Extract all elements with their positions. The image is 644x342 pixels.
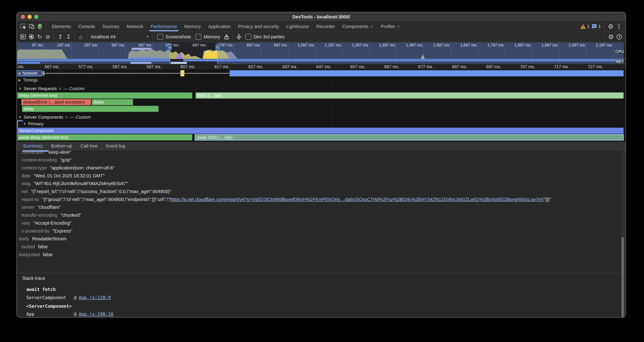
settings-gear-icon[interactable]: ⚙ bbox=[606, 23, 615, 30]
overview-ruler-label: 1,197 ms bbox=[317, 43, 341, 47]
scrollbar-thumb[interactable] bbox=[622, 237, 624, 317]
flame-bar[interactable]: delayedError (…ayed exception) bbox=[21, 99, 91, 105]
toggle-sidebar-icon[interactable] bbox=[19, 33, 27, 41]
tab-label: Bottom-up bbox=[51, 143, 72, 149]
header-key: connection bbox=[22, 150, 44, 155]
tab-label: Performance bbox=[151, 24, 177, 29]
save-profile-button[interactable]: ↧ bbox=[64, 33, 72, 41]
tab-summary[interactable]: Summary bbox=[19, 142, 47, 150]
flame-bar[interactable]: delay bbox=[22, 106, 158, 112]
flame-bar-label: delay (deferred text) bbox=[18, 93, 57, 98]
header-row: nel"{\"report_to\":\"cf-nel\",\"success_… bbox=[22, 188, 171, 196]
memory-checkbox[interactable]: Memory bbox=[196, 34, 220, 40]
track-resize-grip[interactable] bbox=[42, 71, 44, 76]
tab-privacy-and-security[interactable]: Privacy and security bbox=[234, 22, 283, 31]
screen: DevTools - localhost:3000/ ElementsConso… bbox=[0, 0, 644, 342]
header-row: x-powered-by"Express" bbox=[22, 227, 72, 235]
dash: — bbox=[70, 115, 74, 120]
checkbox-box bbox=[196, 34, 202, 40]
issues-message-icon[interactable] bbox=[591, 23, 598, 30]
source-location-link[interactable]: App.js:190:16 bbox=[79, 311, 114, 317]
timings-label-text: Timings bbox=[23, 78, 38, 83]
warning-icon[interactable] bbox=[580, 23, 586, 30]
flame-bar[interactable]: delay bbox=[92, 99, 133, 105]
flame-ruler-label: 587 ms bbox=[100, 64, 126, 69]
flame-bar[interactable]: await delay (deferred text) bbox=[17, 134, 192, 141]
cpu-lane-label: CPU bbox=[615, 49, 624, 54]
header-key: date bbox=[22, 173, 30, 178]
divider bbox=[233, 34, 233, 40]
tab-label: Recorder bbox=[316, 24, 335, 29]
network-label-text: Network bbox=[22, 71, 38, 76]
scrollbar-track[interactable] bbox=[622, 150, 625, 317]
tab-recorder[interactable]: Recorder bbox=[312, 22, 339, 31]
dash: — bbox=[64, 86, 68, 91]
record-button[interactable] bbox=[27, 33, 36, 41]
tab-label: Console bbox=[78, 24, 95, 29]
tab-lighthouse[interactable]: Lighthouse bbox=[283, 22, 312, 31]
overview-ruler-label: 1,797 ms bbox=[480, 43, 504, 47]
report-to-link[interactable]: https://a.nel.cloudflare.com/report/v4?s… bbox=[170, 197, 544, 202]
tab-application[interactable]: Application bbox=[204, 22, 234, 31]
summary-pane: connection"keep-alive"content-encoding"g… bbox=[17, 150, 626, 317]
flame-ruler-label: 687 ms bbox=[439, 64, 466, 69]
tab-event-log[interactable]: Event log bbox=[102, 142, 129, 150]
tab-sources[interactable]: Sources bbox=[99, 22, 123, 31]
tab-elements[interactable]: Elements bbox=[48, 22, 75, 31]
live-metrics-home-button[interactable]: ⌂ bbox=[77, 33, 85, 41]
capture-settings-gear-icon[interactable]: ⚙ bbox=[607, 33, 615, 41]
screenshots-checkbox[interactable]: Screenshots bbox=[157, 34, 191, 40]
clear-button[interactable]: ⊘ bbox=[44, 33, 52, 41]
extension-gem-icon[interactable] bbox=[36, 23, 44, 30]
header-value: "{\"report_to\":\"cf-nel\",\"success_fra… bbox=[31, 189, 171, 194]
flame-bar[interactable]: ServerComponent bbox=[17, 128, 624, 134]
titlebar: DevTools - localhost:3000/ bbox=[17, 12, 626, 22]
inspect-element-icon[interactable] bbox=[19, 23, 28, 30]
react-atom-icon: ⚛ bbox=[397, 24, 400, 29]
tab-profiler[interactable]: Profiler⚛ bbox=[377, 22, 404, 31]
collect-garbage-icon[interactable] bbox=[222, 33, 231, 41]
tab-call-tree[interactable]: Call tree bbox=[76, 142, 102, 150]
flame-bar-label: ServerComponent bbox=[18, 128, 54, 133]
header-value: false bbox=[43, 252, 52, 257]
server-requests-row-3: delay bbox=[17, 106, 624, 112]
tab-network[interactable]: Network bbox=[123, 22, 147, 31]
tab-label: Lighthouse bbox=[286, 24, 309, 29]
flame-ruler-label: 697 ms bbox=[473, 64, 500, 69]
flame-bar[interactable]: await fetch (…/api) bbox=[194, 134, 624, 141]
history-dropdown[interactable]: localhost #4 ▼ bbox=[89, 33, 151, 41]
header-key: report-to bbox=[22, 197, 39, 202]
dim-3rd-parties-checkbox[interactable]: Dim 3rd parties bbox=[245, 34, 285, 40]
flame-ruler-label: 567 ms bbox=[32, 64, 59, 69]
flame-bar[interactable]: delay (deferred text) bbox=[17, 92, 192, 99]
load-profile-button[interactable]: ↥ bbox=[56, 33, 64, 41]
help-icon[interactable]: ? bbox=[615, 33, 624, 41]
tab-components[interactable]: Components⚛ bbox=[339, 22, 377, 31]
compress-tracks-icon[interactable] bbox=[235, 33, 243, 41]
flame-ruler-label: 627 ms bbox=[236, 64, 262, 69]
selection-left-handle[interactable] bbox=[168, 44, 172, 51]
flame-bar[interactable]: fetch (…/api) bbox=[196, 92, 624, 99]
device-toolbar-icon[interactable] bbox=[28, 23, 36, 30]
server-components-header[interactable]: ▼ Server Components ⚛ — Custom bbox=[17, 114, 91, 120]
primary-group-header[interactable]: ▼ Primary bbox=[22, 121, 44, 127]
tab-console[interactable]: Console bbox=[75, 22, 99, 31]
network-track-label[interactable]: ▶ Network bbox=[17, 71, 42, 76]
flame-ruler-label: 717 ms bbox=[541, 64, 568, 69]
tab-bottom-up[interactable]: Bottom-up bbox=[47, 142, 76, 150]
tab-performance[interactable]: Performance bbox=[147, 22, 181, 31]
selection-right-handle[interactable] bbox=[216, 44, 219, 51]
kebab-menu-icon[interactable] bbox=[615, 23, 623, 30]
source-location-link[interactable]: App.js:128:9 bbox=[79, 295, 111, 300]
flame-bar-label: fetch (…/api) bbox=[196, 93, 222, 98]
timeline-overview[interactable]: 97 ms197 ms297 ms397 ms497 ms597 ms697 m… bbox=[17, 42, 626, 64]
record-and-reload-button[interactable]: ↻ bbox=[36, 33, 44, 41]
tab-memory[interactable]: Memory bbox=[181, 22, 204, 31]
server-requests-header[interactable]: ▼ Server Requests ⚛ — Custom bbox=[17, 86, 84, 92]
stack-trace-title: Stack trace bbox=[22, 276, 45, 281]
timings-track-label[interactable]: ▶ Timings bbox=[17, 77, 38, 83]
flame-ruler-label: 707 ms bbox=[507, 64, 534, 69]
flamechart-ruler: ms567 ms577 ms587 ms597 ms607 ms617 ms62… bbox=[17, 64, 626, 70]
header-row: server"cloudflare" bbox=[22, 203, 61, 211]
divider bbox=[87, 34, 87, 40]
